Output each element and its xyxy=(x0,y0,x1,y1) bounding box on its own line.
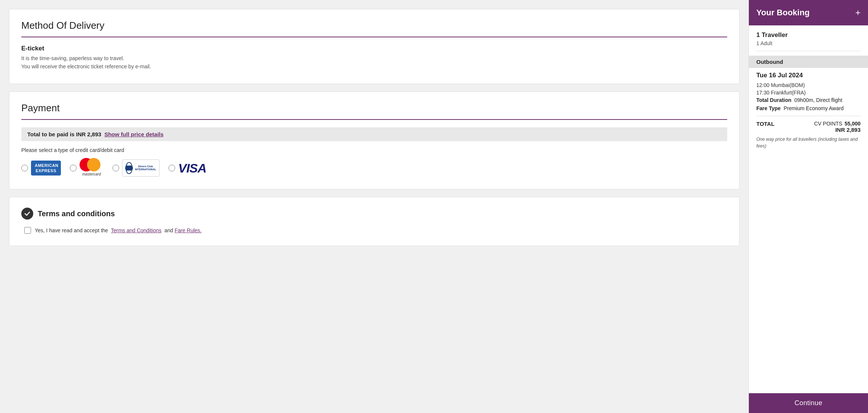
card-options: AMERICANEXPRESS mastercard xyxy=(21,159,727,177)
amex-logo-graphic: AMERICANEXPRESS xyxy=(31,161,61,176)
sidebar-divider-1 xyxy=(756,51,861,51)
depart-time: 12:00 Mumbai(BOM) xyxy=(756,82,861,88)
flight-date: Tue 16 Jul 2024 xyxy=(756,72,861,79)
delivery-divider xyxy=(21,37,727,37)
show-price-link[interactable]: Show full price details xyxy=(104,131,163,137)
terms-header: Terms and conditions xyxy=(21,208,727,220)
amex-radio[interactable] xyxy=(21,165,28,171)
payment-total-text: Total to be paid is INR 2,893 xyxy=(27,131,101,137)
outbound-bar: Outbound xyxy=(749,56,868,68)
terms-checkbox[interactable] xyxy=(24,227,31,234)
visa-logo[interactable]: VISA xyxy=(178,159,206,177)
duration-label: Total Duration xyxy=(756,97,791,103)
checkmark-svg xyxy=(24,210,31,217)
amex-option[interactable]: AMERICANEXPRESS xyxy=(21,159,61,177)
fare-rules-link[interactable]: Fare Rules. xyxy=(174,227,201,233)
duration-value: 09h00m, Direct flight xyxy=(794,97,842,103)
payment-divider xyxy=(21,119,727,120)
continue-button[interactable]: Continue xyxy=(749,393,868,413)
payment-card: Payment Total to be paid is INR 2,893 Sh… xyxy=(9,91,740,189)
delivery-title: Method Of Delivery xyxy=(21,20,727,31)
traveller-type: 1 Adult xyxy=(756,40,861,46)
mastercard-option[interactable]: mastercard xyxy=(70,159,103,177)
delivery-card: Method Of Delivery E-ticket It is the ti… xyxy=(9,9,740,84)
mastercard-logo[interactable]: mastercard xyxy=(80,159,103,177)
diners-option[interactable]: Diners Club INTERNATIONAL xyxy=(112,159,159,177)
cv-label: CV POINTS xyxy=(814,121,842,127)
total-values: CV POINTS 55,000 INR 2,893 xyxy=(814,121,861,133)
mastercard-text: mastercard xyxy=(82,172,101,176)
payment-title: Payment xyxy=(21,102,727,114)
terms-prefix: Yes, I have read and accept the xyxy=(35,227,108,233)
visa-logo-graphic: VISA xyxy=(178,161,206,176)
cv-value: 55,000 xyxy=(844,121,861,127)
payment-total-bar: Total to be paid is INR 2,893 Show full … xyxy=(21,127,727,141)
diners-circle xyxy=(125,162,133,174)
arrive-time: 17:30 Frankfurt(FRA) xyxy=(756,90,861,96)
amex-logo[interactable]: AMERICANEXPRESS xyxy=(31,159,61,177)
sidebar: Your Booking + 1 Traveller 1 Adult Outbo… xyxy=(748,0,868,413)
terms-checkmark-icon xyxy=(21,208,33,220)
terms-link[interactable]: Terms and Conditions xyxy=(111,227,161,233)
sidebar-body: 1 Traveller 1 Adult Outbound Tue 16 Jul … xyxy=(749,25,868,393)
diners-logo-graphic: Diners Club INTERNATIONAL xyxy=(122,159,159,177)
terms-card: Terms and conditions Yes, I have read an… xyxy=(9,197,740,246)
flight-duration: Total Duration 09h00m, Direct flight xyxy=(756,97,861,103)
price-note: One way price for all travellers (includ… xyxy=(756,136,861,149)
eticket-desc1: It is the time-saving, paperless way to … xyxy=(21,55,727,61)
inr-value: INR 2,893 xyxy=(814,127,861,133)
fare-type-value: Premium Economy Award xyxy=(784,105,844,111)
terms-and: and xyxy=(164,227,173,233)
eticket-desc2: You will receive the electronic ticket r… xyxy=(21,63,727,69)
visa-radio[interactable] xyxy=(168,165,175,171)
fare-type-label: Fare Type xyxy=(756,105,781,111)
diners-logo[interactable]: Diners Club INTERNATIONAL xyxy=(122,159,159,177)
total-row: TOTAL CV POINTS 55,000 INR 2,893 xyxy=(756,121,861,133)
traveller-count: 1 Traveller xyxy=(756,31,861,39)
cv-points-row: CV POINTS 55,000 xyxy=(814,121,861,127)
terms-title: Terms and conditions xyxy=(38,209,115,218)
sidebar-header: Your Booking + xyxy=(749,0,868,25)
sidebar-divider-2 xyxy=(756,116,861,116)
terms-text[interactable]: Yes, I have read and accept the Terms an… xyxy=(35,227,202,233)
sidebar-title: Your Booking xyxy=(756,8,810,18)
diners-text: Diners Club INTERNATIONAL xyxy=(135,165,156,171)
visa-option[interactable]: VISA xyxy=(168,159,206,177)
fare-type: Fare Type Premium Economy Award xyxy=(756,105,861,111)
terms-checkbox-row: Yes, I have read and accept the Terms an… xyxy=(24,227,727,234)
eticket-label: E-ticket xyxy=(21,45,727,52)
sidebar-plus-icon[interactable]: + xyxy=(855,7,861,18)
mastercard-logo-graphic: mastercard xyxy=(80,158,103,178)
mc-orange-circle xyxy=(87,158,100,171)
select-card-label: Please select a type of credit card/debi… xyxy=(21,147,727,153)
mastercard-radio[interactable] xyxy=(70,165,77,171)
total-label: TOTAL xyxy=(756,121,775,127)
diners-radio[interactable] xyxy=(112,165,119,171)
